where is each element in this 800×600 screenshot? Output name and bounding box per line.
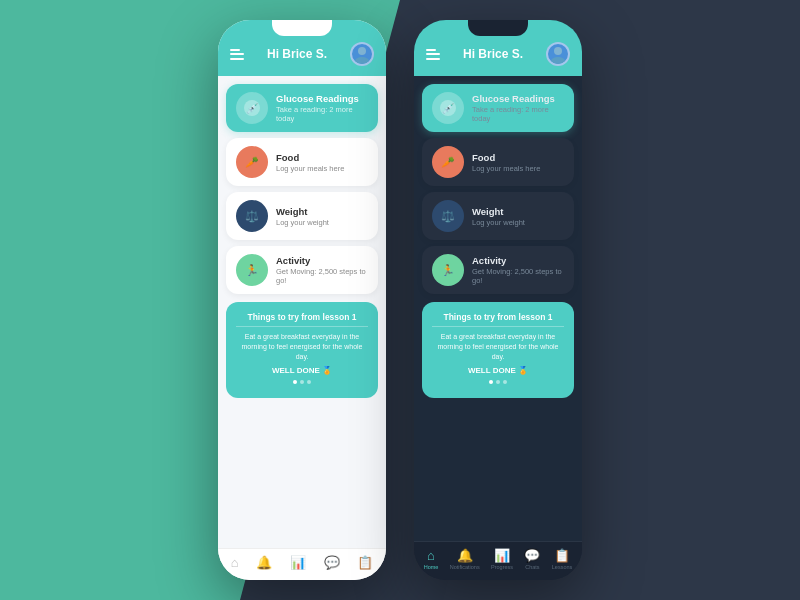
activity-subtitle-right: Get Moving: 2,500 steps to go!	[472, 267, 564, 285]
weight-text-left: Weight Log your weight	[276, 206, 329, 227]
notch-right	[468, 20, 528, 36]
activity-subtitle-left: Get Moving: 2,500 steps to go!	[276, 267, 368, 285]
svg-point-7	[554, 47, 562, 55]
glucose-title-left: Glucose Readings	[276, 93, 368, 104]
nav-right: ⌂ Home 🔔 Notifications 📊 Progress 💬 Chat…	[414, 541, 582, 580]
content-left: 💉 Glucose Readings Take a reading: 2 mor…	[218, 76, 386, 548]
chat-icon-right: 💬	[524, 548, 540, 563]
tip-text-left: Eat a great breakfast everyday in the mo…	[236, 332, 368, 361]
food-title-left: Food	[276, 152, 344, 163]
hamburger-icon-right[interactable]	[426, 49, 440, 60]
glucose-subtitle-left: Take a reading: 2 more today	[276, 105, 368, 123]
avatar-right[interactable]	[546, 42, 570, 66]
home-icon-right: ⌂	[427, 548, 435, 563]
tip-title-left: Things to try from lesson 1	[236, 312, 368, 327]
svg-text:⚖️: ⚖️	[441, 209, 455, 223]
bell-icon-left: 🔔	[256, 555, 272, 570]
food-subtitle-right: Log your meals here	[472, 164, 540, 173]
glucose-icon-right: 💉	[432, 92, 464, 124]
glucose-text-left: Glucose Readings Take a reading: 2 more …	[276, 93, 368, 123]
header-title-right: Hi Brice S.	[463, 47, 523, 61]
weight-subtitle-left: Log your weight	[276, 218, 329, 227]
nav-bell-right[interactable]: 🔔 Notifications	[450, 548, 480, 570]
svg-text:⚖️: ⚖️	[245, 209, 259, 223]
food-card-right[interactable]: 🥕 Food Log your meals here	[422, 138, 574, 186]
chart-label-right: Progress	[491, 564, 513, 570]
svg-point-1	[355, 57, 369, 64]
chart-icon-right: 📊	[494, 548, 510, 563]
nav-chart-left[interactable]: 📊	[290, 555, 306, 570]
activity-icon-right: 🏃	[432, 254, 464, 286]
chat-label-right: Chats	[525, 564, 539, 570]
weight-title-left: Weight	[276, 206, 329, 217]
svg-text:🥕: 🥕	[245, 155, 259, 169]
activity-card-left[interactable]: 🏃 Activity Get Moving: 2,500 steps to go…	[226, 246, 378, 294]
svg-text:🏃: 🏃	[245, 263, 259, 277]
food-subtitle-left: Log your meals here	[276, 164, 344, 173]
tip-cta-right: WELL DONE 🏅	[432, 366, 564, 375]
svg-text:💉: 💉	[246, 102, 259, 115]
avatar-left[interactable]	[350, 42, 374, 66]
nav-home-left[interactable]: ⌂	[231, 555, 239, 570]
tip-dots-left	[236, 380, 368, 388]
food-text-right: Food Log your meals here	[472, 152, 540, 173]
activity-text-left: Activity Get Moving: 2,500 steps to go!	[276, 255, 368, 285]
svg-text:🏃: 🏃	[441, 263, 455, 277]
nav-chart-right[interactable]: 📊 Progress	[491, 548, 513, 570]
hamburger-icon-left[interactable]	[230, 49, 244, 60]
weight-title-right: Weight	[472, 206, 525, 217]
glucose-subtitle-right: Take a reading: 2 more today	[472, 105, 564, 123]
food-icon-left: 🥕	[236, 146, 268, 178]
tip-dots-right	[432, 380, 564, 388]
svg-text:🥕: 🥕	[441, 155, 455, 169]
nav-chat-right[interactable]: 💬 Chats	[524, 548, 540, 570]
glucose-icon-left: 💉	[236, 92, 268, 124]
nav-bell-left[interactable]: 🔔	[256, 555, 272, 570]
food-title-right: Food	[472, 152, 540, 163]
activity-title-left: Activity	[276, 255, 368, 266]
food-card-left[interactable]: 🥕 Food Log your meals here	[226, 138, 378, 186]
dot-r1	[489, 380, 493, 384]
tip-card-left[interactable]: Things to try from lesson 1 Eat a great …	[226, 302, 378, 398]
tip-cta-left: WELL DONE 🏅	[236, 366, 368, 375]
dot-3	[307, 380, 311, 384]
dot-r2	[496, 380, 500, 384]
tip-text-right: Eat a great breakfast everyday in the mo…	[432, 332, 564, 361]
weight-card-right[interactable]: ⚖️ Weight Log your weight	[422, 192, 574, 240]
weight-icon-left: ⚖️	[236, 200, 268, 232]
svg-point-8	[551, 57, 565, 64]
home-icon-left: ⌂	[231, 555, 239, 570]
weight-icon-right: ⚖️	[432, 200, 464, 232]
bell-label-right: Notifications	[450, 564, 480, 570]
tip-title-right: Things to try from lesson 1	[432, 312, 564, 327]
nav-lessons-left[interactable]: 📋	[357, 555, 373, 570]
lessons-icon-left: 📋	[357, 555, 373, 570]
phone-right: Hi Brice S. 💉 Glucose Readings	[414, 20, 582, 580]
home-label-right: Home	[424, 564, 439, 570]
activity-card-right[interactable]: 🏃 Activity Get Moving: 2,500 steps to go…	[422, 246, 574, 294]
nav-home-right[interactable]: ⌂ Home	[424, 548, 439, 570]
dot-2	[300, 380, 304, 384]
nav-lessons-right[interactable]: 📋 Lessons	[552, 548, 573, 570]
activity-title-right: Activity	[472, 255, 564, 266]
glucose-card-left[interactable]: 💉 Glucose Readings Take a reading: 2 mor…	[226, 84, 378, 132]
weight-text-right: Weight Log your weight	[472, 206, 525, 227]
lessons-label-right: Lessons	[552, 564, 573, 570]
weight-subtitle-right: Log your weight	[472, 218, 525, 227]
dot-1	[293, 380, 297, 384]
food-text-left: Food Log your meals here	[276, 152, 344, 173]
chat-icon-left: 💬	[324, 555, 340, 570]
phone-left: Hi Brice S. 💉 Glucose Readings	[218, 20, 386, 580]
header-title-left: Hi Brice S.	[267, 47, 327, 61]
glucose-title-right: Glucose Readings	[472, 93, 564, 104]
svg-text:💉: 💉	[442, 102, 455, 115]
phones-container: Hi Brice S. 💉 Glucose Readings	[218, 20, 582, 580]
chart-icon-left: 📊	[290, 555, 306, 570]
tip-card-right[interactable]: Things to try from lesson 1 Eat a great …	[422, 302, 574, 398]
svg-point-0	[358, 47, 366, 55]
glucose-card-right[interactable]: 💉 Glucose Readings Take a reading: 2 mor…	[422, 84, 574, 132]
nav-chat-left[interactable]: 💬	[324, 555, 340, 570]
weight-card-left[interactable]: ⚖️ Weight Log your weight	[226, 192, 378, 240]
notch-left	[272, 20, 332, 36]
dot-r3	[503, 380, 507, 384]
